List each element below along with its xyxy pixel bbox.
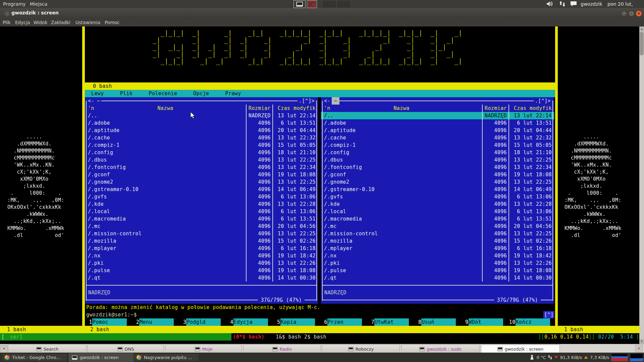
column-header-name[interactable]: 'nNazwa	[85, 105, 246, 112]
file-row[interactable]: /.config409618 lut 21:10	[85, 149, 318, 156]
file-row[interactable]: /.compiz-1409615 lut 05:05	[321, 141, 554, 149]
file-row[interactable]: /.qt409614 lut 00:30	[85, 274, 318, 282]
terminal-scrollbar[interactable]: ▲ ▼	[639, 26, 644, 344]
close-tab-button[interactable]: ✕	[635, 345, 643, 353]
file-row[interactable]: /.macromedia4096 6 lut 13:51	[321, 215, 554, 223]
scroll-down-icon[interactable]: ▼	[639, 339, 644, 344]
menu-zakladki[interactable]: Zakładki	[51, 19, 70, 26]
clock[interactable]: pon 20 lut, 05:14	[604, 0, 644, 8]
menu-programy[interactable]: Programy	[0, 0, 29, 8]
maximize-button[interactable]: ▢	[628, 10, 635, 17]
mc-left-panel[interactable]: <-~.[^]>'nNazwaRozmiarCzas modyfik/..NAD…	[85, 97, 318, 304]
file-row[interactable]: /.dbus409613 lut 22:25	[321, 156, 554, 164]
file-row[interactable]: /.adobe4096 6 lut 13:51	[85, 119, 318, 127]
file-row[interactable]: /..NADRZĘD13 lut 22:14	[85, 112, 318, 119]
history-badge[interactable]: [^]	[543, 311, 554, 318]
file-row[interactable]: /.qt409614 lut 00:30	[321, 274, 554, 282]
menu-plik[interactable]: Plik	[3, 19, 10, 26]
mc-menu-prawy[interactable]: Prawy	[225, 90, 241, 97]
file-row[interactable]: /.config409618 lut 21:10	[321, 149, 554, 156]
terminal-window-icon[interactable]	[293, 0, 306, 8]
mc-menu-lewy[interactable]: Lewy	[91, 90, 104, 97]
volume-icon[interactable]	[546, 1, 553, 8]
file-row[interactable]: /.mission-control409613 lut 22:25	[85, 230, 318, 237]
minimize-button[interactable]: −	[621, 10, 627, 17]
file-row[interactable]: /..NADRZĘD13 lut 22:14	[321, 112, 554, 119]
file-row[interactable]: /.mplayer4096 6 lut 16:18	[321, 245, 554, 252]
file-row[interactable]: /.mozilla409615 lut 02:26	[321, 237, 554, 245]
file-row[interactable]: /.gnome2409613 lut 22:25	[85, 178, 318, 186]
file-row[interactable]: /.gnome2409613 lut 22:25	[321, 178, 554, 186]
file-row[interactable]: /.gvfs4096 6 lut 13:06	[85, 193, 318, 200]
file-row[interactable]: /.mplayer4096 6 lut 16:18	[85, 245, 318, 252]
scroll-up-icon[interactable]: ▲	[639, 26, 644, 32]
window-titlebar[interactable]: gwozdzik : screen − ▢ x	[0, 8, 644, 19]
panel-corner-marker[interactable]: .[^]>	[298, 97, 316, 105]
column-header-date[interactable]: Czas modyfik	[272, 105, 318, 112]
chat-bubble-icon[interactable]	[570, 1, 577, 8]
file-row[interactable]: /.macromedia4096 6 lut 13:51	[85, 215, 318, 223]
close-button[interactable]: x	[636, 10, 642, 17]
window-menu-icon[interactable]	[5, 11, 9, 16]
file-row[interactable]: /.aptitude409620 lut 04:44	[321, 127, 554, 134]
file-row[interactable]: /.cache409613 lut 22:32	[85, 134, 318, 141]
file-row[interactable]: /.pulse409619 lut 18:08	[321, 267, 554, 274]
file-row[interactable]: /.pulse409619 lut 18:08	[85, 267, 318, 274]
file-row[interactable]: /.adobe4096 6 lut 13:51	[321, 119, 554, 127]
tab-dns[interactable]: DNS	[87, 345, 164, 353]
terminal-content[interactable]: _|_|_| _| _| _|_| _|_|_|_| _|_|_| _|_|_|…	[0, 26, 644, 344]
file-row[interactable]: /.mozilla409615 lut 02:26	[85, 237, 318, 245]
tab-roboczy[interactable]: Roboczy	[322, 345, 400, 353]
taskbar-button-gwozdzik-screen[interactable]: gwozdzik : screen	[69, 353, 135, 362]
fkey-button-7[interactable]: 7UtwKat	[367, 318, 414, 326]
file-row[interactable]: /.pki409613 lut 22:26	[321, 259, 554, 267]
tab-radio[interactable]: Radio	[243, 345, 321, 353]
panel-path[interactable]: ~	[332, 97, 339, 105]
fkey-button-5[interactable]: 5Kopia	[273, 318, 320, 326]
panel-path[interactable]: ~	[96, 97, 101, 105]
file-row[interactable]: /.local4096 6 lut 13:06	[321, 208, 554, 215]
fkey-button-6[interactable]: 6Przen	[320, 318, 367, 326]
tab-moje[interactable]: Moje	[165, 345, 242, 353]
panel-corner-marker[interactable]: .[^]>	[534, 97, 552, 105]
tab-gwozdzik-sudo[interactable]: gwozdzik : sudo	[401, 345, 480, 353]
taskbar-button-ticket-google-chro-[interactable]: Ticket - Google Chro...	[2, 353, 67, 362]
file-row[interactable]: /.mission-control409613 lut 22:25	[321, 230, 554, 237]
file-row[interactable]: /.aptitude409620 lut 04:44	[85, 127, 318, 134]
file-row[interactable]: /.gstreamer-0.10409614 lut 06:49	[85, 186, 318, 193]
file-row[interactable]: /.nx409619 lut 18:42	[85, 252, 318, 259]
fkey-button-8[interactable]: 8Usuń	[414, 318, 461, 326]
column-header-name[interactable]: 'nNazwa	[321, 105, 482, 112]
tab-search[interactable]: Search	[8, 345, 87, 353]
network-history-graph[interactable]	[611, 353, 628, 361]
file-row[interactable]: /.fontconfig409613 lut 22:34	[321, 164, 554, 171]
file-row[interactable]: /.gconf409619 lut 18:08	[321, 171, 554, 178]
mc-window-icon[interactable]: !m	[307, 0, 317, 8]
column-header-size[interactable]: Rozmiar	[482, 105, 508, 112]
file-row[interactable]: /.mc409620 lut 04:56	[321, 223, 554, 230]
column-header-date[interactable]: Czas modyfik	[508, 105, 554, 112]
menu-miejsca[interactable]: Miejsca	[27, 0, 50, 8]
menu-ustawienia[interactable]: Ustawienia	[75, 19, 100, 26]
fkey-button-2[interactable]: 2Menu	[132, 318, 179, 326]
file-row[interactable]: /.nx409619 lut 18:42	[321, 252, 554, 259]
file-row[interactable]: /.kde409613 lut 22:28	[85, 200, 318, 208]
menu-widok[interactable]: Widok	[34, 19, 47, 26]
file-row[interactable]: /.gstreamer-0.10409614 lut 06:49	[321, 186, 554, 193]
fkey-button-3[interactable]: 3Podgld	[179, 318, 226, 326]
shell-prompt[interactable]: gwozdzik@ser1:~$	[86, 311, 137, 318]
fkey-button-1[interactable]: 1Pomoc	[85, 318, 132, 326]
file-row[interactable]: /.fontconfig409613 lut 22:34	[85, 164, 318, 171]
file-row[interactable]: /.compiz-1409615 lut 05:05	[85, 141, 318, 149]
fkey-button-10[interactable]: 10Kończ	[508, 318, 555, 326]
mc-menu-opcje[interactable]: Opcje	[193, 90, 209, 97]
username-indicator[interactable]: gwozdzik	[581, 0, 602, 8]
tab-list-button[interactable]: ▾	[0, 345, 8, 353]
scrollbar-thumb[interactable]	[640, 32, 644, 55]
menu-pomoc[interactable]: Pomoc	[105, 19, 120, 26]
file-row[interactable]: /.local4096 6 lut 13:06	[85, 208, 318, 215]
tab-gwozdzik-screen[interactable]: gwozdzik : screen	[481, 345, 560, 353]
taskbar-button-nagrywanie-pulpitu-[interactable]: Nagrywanie pulpitu ...	[133, 353, 199, 362]
file-row[interactable]: /.dbus409613 lut 22:25	[85, 156, 318, 164]
mc-menu-plik[interactable]: Plik	[120, 90, 133, 97]
